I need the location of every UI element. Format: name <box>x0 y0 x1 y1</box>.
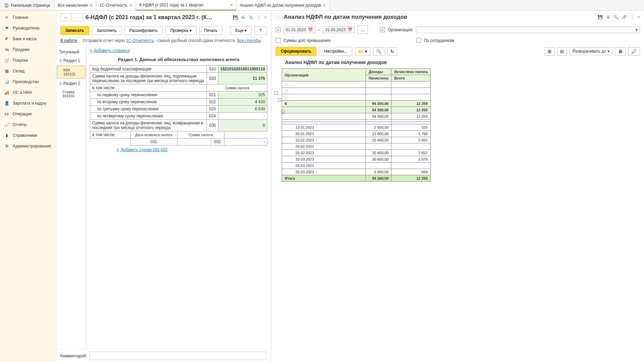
nav-forward-button[interactable]: → <box>72 14 83 21</box>
cell-code: 023 <box>207 106 218 113</box>
tree-collapse-icon[interactable]: − <box>274 91 278 95</box>
comment-input[interactable] <box>90 352 267 360</box>
save-icon[interactable]: 💾 <box>598 15 603 19</box>
add-page-link[interactable]: +Добавить страницу <box>90 48 129 54</box>
preview-button[interactable]: 🔎 <box>628 47 640 56</box>
collapse-icon[interactable]: ⊖ <box>59 81 62 86</box>
save-icon[interactable]: 💾 <box>233 15 238 20</box>
close-icon[interactable]: × <box>230 2 233 8</box>
star-icon[interactable]: ☆ <box>276 13 281 21</box>
collapse-icon[interactable]: ⊖ <box>59 58 62 63</box>
cell-date[interactable] <box>177 138 211 145</box>
print-icon[interactable]: 🖶 <box>606 15 610 19</box>
tab-accruals[interactable]: Все начисления × <box>54 0 96 10</box>
period-button[interactable]: … <box>358 25 368 34</box>
print-button[interactable]: Печать <box>199 26 222 35</box>
cell-income: 30 600,00 <box>366 156 391 163</box>
more-icon[interactable]: ⋮ <box>257 15 261 20</box>
sidebar-label: Банк и касса <box>13 37 37 41</box>
link-all-ways[interactable]: Все способы <box>237 38 261 43</box>
sidebar-item-manager[interactable]: ⚑Руководителю <box>0 23 56 34</box>
sidebar-item-reports[interactable]: 📈Отчеты <box>0 119 56 130</box>
sidebar-item-sales[interactable]: 🛍Продажи <box>0 44 56 55</box>
refresh-button[interactable]: ↻ <box>387 47 397 56</box>
cell-tax: 325 <box>391 124 430 131</box>
collapse-all-button[interactable]: ⊟ <box>557 47 567 56</box>
cell-code: 032 <box>211 138 224 145</box>
more-button[interactable]: Еще ▾ <box>230 26 252 35</box>
panel-title: 6-НДФЛ (с 2021 года) за 1 квартал 2023 г… <box>86 14 230 21</box>
cell-value[interactable]: 325 <box>218 92 267 99</box>
tab-kbk[interactable]: КБК182101 <box>57 66 86 78</box>
cell-tax: 1 768 <box>391 131 430 137</box>
home-tab[interactable]: 🏠 Начальная страница <box>0 0 54 10</box>
calendar-icon[interactable]: 📅 <box>347 27 353 32</box>
sidebar-item-salary[interactable]: 👤Зарплата и кадры <box>0 98 56 109</box>
sidebar-item-assets[interactable]: 🚚ОС и НМА <box>0 87 56 98</box>
tab-section2[interactable]: ⊖Раздел 2 <box>56 79 86 88</box>
save-button[interactable]: Записать <box>60 26 89 35</box>
cell-value[interactable]: 4 420 <box>218 99 267 106</box>
sidebar-item-purchases[interactable]: 🛒Покупки <box>0 55 56 66</box>
cell-value[interactable]: - <box>224 138 267 145</box>
expand-all-button[interactable]: ⊞ <box>545 47 554 56</box>
print-icon[interactable]: 🖶 <box>241 15 245 20</box>
decode-button[interactable]: Расшифровать <box>124 26 163 35</box>
print-report-button[interactable]: 🖶 <box>615 47 626 56</box>
close-icon[interactable]: × <box>638 15 640 19</box>
sidebar-item-admin[interactable]: ⚙Администрирование <box>0 141 56 152</box>
tree-collapse-icon[interactable]: − <box>281 110 285 114</box>
help-button[interactable]: ? <box>254 26 267 35</box>
sidebar-item-warehouse[interactable]: ▦Склад <box>0 66 56 76</box>
expand-to-dropdown[interactable]: Разворачивать до▾ <box>570 47 612 55</box>
cell-value[interactable]: - <box>218 113 267 120</box>
link-icon[interactable]: 🔗 <box>622 15 627 19</box>
variants-button[interactable]: 📁 ▾ <box>355 47 370 56</box>
close-icon[interactable]: × <box>323 3 326 8</box>
tab-analysis[interactable]: Анализ НДФЛ по датам получения доходов × <box>236 0 329 10</box>
sums-checkbox[interactable] <box>276 38 281 43</box>
search-icon[interactable]: 🔍 <box>613 15 619 19</box>
add-rows-link[interactable]: +Добавить строки 031-032 <box>117 147 168 153</box>
close-icon[interactable]: × <box>129 3 132 8</box>
link-1c-reporting[interactable]: 1С-Отчетность <box>126 38 154 43</box>
sidebar-item-catalogs[interactable]: ▮Справочники <box>0 130 56 141</box>
org-select[interactable]: ▾ <box>416 26 640 33</box>
sidebar-item-operations[interactable]: ᴀᴋОперации <box>0 109 56 119</box>
calendar-icon[interactable]: 📅 <box>308 27 313 32</box>
check-button[interactable]: Проверка ▾ <box>165 26 197 35</box>
date-from-input[interactable]: 01.01.2023📅 <box>283 26 315 33</box>
tab-rate[interactable]: Ставка182101 <box>56 88 86 100</box>
sidebar-item-bank[interactable]: ₽Банк и касса <box>0 34 56 44</box>
sidebar-item-main[interactable]: ≡Главное <box>0 12 56 23</box>
cell-kbk-value[interactable]: 18210102010011000110 <box>218 66 267 73</box>
attach-icon[interactable]: 📎 <box>249 15 254 20</box>
org-checkbox[interactable]: ✓ <box>380 27 385 32</box>
tree-collapse-icon[interactable]: − <box>278 98 281 102</box>
sidebar-item-production[interactable]: 📊Производство <box>0 76 56 87</box>
col-income: Доходы <box>366 69 391 75</box>
tab-title-page[interactable]: Титульный <box>56 48 86 56</box>
cell-value[interactable]: 11 375 <box>218 73 267 84</box>
find-button[interactable]: 🔍 <box>373 47 385 56</box>
sidebar-label: Руководителю <box>13 26 40 31</box>
tab-label: 6-НДФЛ (с 2021 года) за 1 квартал <box>139 3 203 7</box>
date-to-input[interactable]: 31.03.2023📅 <box>323 26 355 33</box>
status-link[interactable]: В работе <box>60 38 77 43</box>
more-icon[interactable]: ⋮ <box>630 15 634 19</box>
date-checkbox[interactable]: ✓ <box>276 27 281 32</box>
plus-icon: + <box>117 147 119 152</box>
tab-section1[interactable]: ⊖Раздел 1 <box>56 56 86 65</box>
settings-button[interactable]: Настройки... <box>319 47 352 56</box>
fill-button[interactable]: Заполнить <box>92 26 122 35</box>
sidebar-label: Склад <box>13 69 24 73</box>
cell-value[interactable]: 0 <box>218 120 267 131</box>
tab-6ndfl[interactable]: 6-НДФЛ (с 2021 года) за 1 квартал × <box>136 0 236 10</box>
close-icon[interactable]: × <box>264 15 267 20</box>
cell-value[interactable]: 6 630 <box>218 106 267 113</box>
tab-1c-reporting[interactable]: 1С-Отчетность × <box>96 0 136 10</box>
nav-back-button[interactable]: ← <box>61 14 72 21</box>
generate-button[interactable]: Сформировать <box>276 47 316 56</box>
close-icon[interactable]: × <box>90 3 93 8</box>
by-employee-checkbox[interactable] <box>416 38 421 43</box>
